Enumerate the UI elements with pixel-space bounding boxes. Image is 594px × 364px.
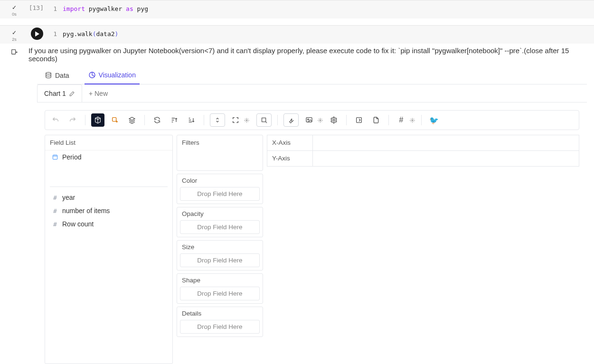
field-year[interactable]: # year: [45, 191, 172, 204]
chart-tab-1[interactable]: Chart 1: [37, 84, 82, 102]
hash-button[interactable]: #: [395, 113, 408, 127]
cell-gutter: ✓ 2s: [0, 28, 28, 42]
settings-button[interactable]: [283, 113, 299, 127]
sort-asc-button[interactable]: [168, 113, 181, 127]
opacity-shelf[interactable]: Opacity Drop Field Here: [177, 207, 263, 237]
color-shelf[interactable]: Color Drop Field Here: [177, 174, 263, 204]
wrench-icon: [288, 117, 295, 124]
cell-output: If you are using pygwalker on Jupyter No…: [0, 44, 594, 65]
new-chart-button[interactable]: + New: [82, 84, 114, 102]
code-line: import pygwalker as pyg: [63, 5, 148, 12]
edit-icon[interactable]: [69, 91, 75, 97]
y-axis-shelf[interactable]: Y-Axis: [267, 150, 579, 167]
dropzone[interactable]: Drop Field Here: [180, 287, 260, 300]
code-editor[interactable]: 1 import pygwalker as pyg: [46, 2, 594, 15]
layers-icon: [128, 116, 136, 124]
field-row-count[interactable]: # Row count: [45, 217, 172, 231]
exec-time: 2s: [12, 37, 17, 42]
code-editor[interactable]: 1 pyg.walk(data2): [46, 28, 594, 40]
tab-data[interactable]: Data: [41, 68, 73, 84]
cube-icon: [94, 116, 102, 124]
dropzone[interactable]: Drop Field Here: [180, 187, 260, 201]
shelf-title: Details: [177, 307, 263, 320]
field-label: year: [62, 194, 75, 201]
zoom-button[interactable]: [256, 113, 272, 127]
axis-toggle-button[interactable]: [210, 113, 225, 127]
fullscreen-settings-button[interactable]: [243, 113, 250, 127]
shelf-title: Opacity: [177, 207, 263, 220]
export-icon: [355, 116, 363, 124]
mark-button[interactable]: [108, 113, 122, 127]
size-shelf[interactable]: Size Drop Field Here: [177, 240, 263, 271]
updown-icon: [214, 117, 221, 123]
dropzone[interactable]: Drop Field Here: [180, 253, 260, 267]
chart-tabs: Chart 1 + New: [37, 84, 587, 103]
axis-dropzone[interactable]: [313, 135, 579, 150]
x-axis-shelf[interactable]: X-Axis: [267, 135, 579, 151]
field-period[interactable]: Period: [45, 150, 172, 164]
sort-desc-button[interactable]: [185, 113, 198, 127]
image-settings-button[interactable]: [317, 113, 323, 127]
bird-icon: 🐦: [429, 116, 439, 125]
code-cell-1: ✓ 0s [13] 1 import pygwalker as pyg: [0, 0, 594, 19]
axis-dropzone[interactable]: [313, 151, 579, 166]
undo-button[interactable]: [49, 113, 62, 127]
warning-text: If you are using pygwalker on Jupyter No…: [28, 47, 594, 63]
sort-asc-icon: [170, 116, 178, 124]
dropzone[interactable]: Drop Field Here: [180, 320, 260, 334]
gear-small-icon: [410, 118, 415, 123]
run-cell-button[interactable]: [31, 28, 43, 40]
export-file-button[interactable]: [369, 113, 383, 127]
check-icon: ✓: [12, 4, 17, 11]
shape-shelf[interactable]: Shape Drop Field Here: [177, 273, 263, 304]
field-number-of-items[interactable]: # number of items: [45, 204, 172, 217]
svg-rect-0: [12, 50, 16, 54]
redo-button[interactable]: [66, 113, 79, 127]
exec-counter: [13]: [28, 2, 46, 11]
toolbar-divider: [204, 115, 204, 125]
panels-row: Field List Period # year # number of ite…: [45, 135, 579, 364]
svg-rect-10: [357, 118, 362, 123]
svg-rect-12: [53, 155, 57, 159]
svg-point-8: [320, 120, 321, 121]
tab-visualization[interactable]: Visualization: [85, 68, 140, 84]
filters-shelf[interactable]: Filters: [177, 135, 263, 171]
number-icon: #: [52, 194, 58, 201]
gear-icon: [330, 116, 338, 124]
sort-desc-icon: [188, 116, 195, 124]
toolbar-divider: [388, 115, 389, 125]
stack-button[interactable]: [125, 113, 139, 127]
svg-point-9: [333, 119, 335, 121]
bird-button[interactable]: 🐦: [427, 113, 441, 127]
exec-time: 0s: [12, 12, 17, 17]
square-plus-icon: [111, 116, 119, 124]
database-icon: [45, 72, 52, 79]
details-shelf[interactable]: Details Drop Field Here: [177, 307, 263, 337]
image-button[interactable]: [302, 113, 316, 127]
axes-panel: X-Axis Y-Axis: [267, 135, 579, 364]
shelves-panel: Filters Color Drop Field Here Opacity Dr…: [177, 135, 263, 364]
number-icon: #: [52, 221, 58, 228]
tab-label: Visualization: [99, 71, 136, 79]
cube-button[interactable]: [91, 113, 104, 127]
toolbar-divider: [85, 115, 85, 125]
dropzone[interactable]: Drop Field Here: [180, 220, 260, 234]
export-code-button[interactable]: [352, 113, 366, 127]
viz-canvas: # 🐦 Field List Period # year # number of…: [37, 103, 587, 364]
shelf-title: Size: [177, 241, 263, 253]
fullscreen-button[interactable]: [229, 113, 242, 127]
output-icon[interactable]: [10, 48, 18, 56]
chart-tab-label: Chart 1: [44, 90, 66, 97]
svg-point-11: [412, 120, 413, 121]
toolbar-divider: [346, 115, 347, 125]
field-separator: [50, 187, 168, 187]
gear-small-icon: [244, 118, 249, 123]
config-button[interactable]: [327, 113, 340, 127]
shelf-title: Shape: [177, 274, 263, 287]
file-icon: [372, 116, 380, 124]
toolbar: # 🐦: [45, 110, 579, 130]
field-label: number of items: [62, 207, 110, 215]
calendar-icon: [52, 154, 58, 160]
refresh-button[interactable]: [151, 113, 164, 127]
hash-settings-button[interactable]: [409, 113, 415, 127]
